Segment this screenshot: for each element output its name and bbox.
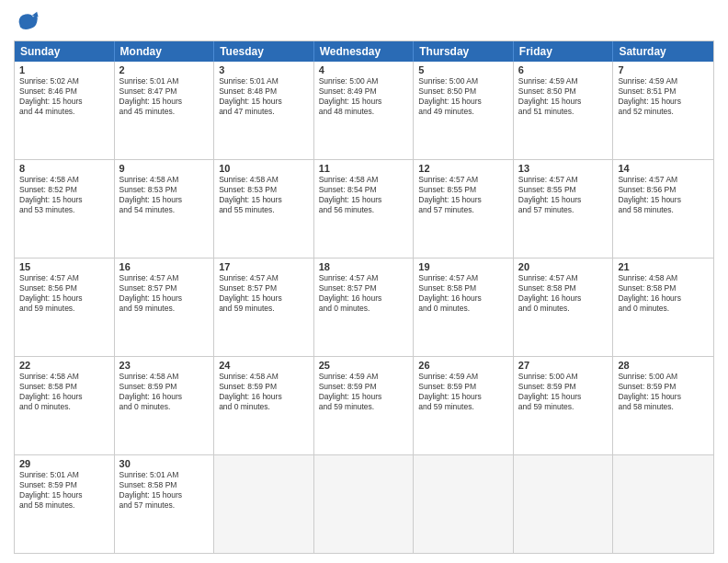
logo <box>14 9 43 35</box>
calendar-header-day: Saturday <box>613 41 713 62</box>
cell-line: Daylight: 16 hours <box>19 392 109 402</box>
cell-line: and 48 minutes. <box>319 107 409 117</box>
cell-line: Sunrise: 4:57 AM <box>19 273 109 283</box>
cell-line: and 53 minutes. <box>19 205 109 215</box>
cell-line: Sunset: 8:59 PM <box>518 382 609 392</box>
cell-line: Daylight: 15 hours <box>119 293 210 304</box>
cell-line: Sunset: 8:59 PM <box>19 480 109 490</box>
cell-line: Sunset: 8:52 PM <box>19 185 109 195</box>
cell-line: Sunrise: 4:58 AM <box>19 372 109 382</box>
calendar-cell <box>214 455 314 553</box>
day-number: 19 <box>418 261 508 272</box>
calendar-cell <box>613 455 713 553</box>
cell-line: and 0 minutes. <box>119 402 210 412</box>
cell-line: Sunrise: 5:00 AM <box>418 76 508 86</box>
cell-line: and 59 minutes. <box>418 402 508 412</box>
cell-line: Sunset: 8:59 PM <box>418 382 508 392</box>
cell-line: and 49 minutes. <box>418 107 508 117</box>
cell-line: Sunset: 8:57 PM <box>119 283 210 293</box>
cell-line: Daylight: 16 hours <box>418 293 508 304</box>
cell-line: and 59 minutes. <box>319 402 409 412</box>
calendar-cell: 1Sunrise: 5:02 AMSunset: 8:46 PMDaylight… <box>15 62 115 159</box>
calendar-cell: 3Sunrise: 5:01 AMSunset: 8:48 PMDaylight… <box>214 62 314 159</box>
cell-line: Daylight: 15 hours <box>418 195 508 205</box>
calendar-cell: 28Sunrise: 5:00 AMSunset: 8:59 PMDayligh… <box>613 357 713 454</box>
cell-line: and 45 minutes. <box>119 107 210 117</box>
cell-line: Daylight: 15 hours <box>319 97 409 107</box>
day-number: 21 <box>618 261 709 272</box>
cell-line: Sunrise: 4:57 AM <box>119 273 210 283</box>
calendar-header-day: Thursday <box>414 41 514 62</box>
calendar-cell: 15Sunrise: 4:57 AMSunset: 8:56 PMDayligh… <box>15 259 115 356</box>
calendar-row: 15Sunrise: 4:57 AMSunset: 8:56 PMDayligh… <box>15 258 713 356</box>
day-number: 5 <box>418 64 508 75</box>
cell-line: and 59 minutes. <box>19 304 109 314</box>
cell-line: Sunset: 8:51 PM <box>618 86 709 97</box>
cell-line: Sunrise: 4:58 AM <box>618 273 709 283</box>
cell-line: Sunset: 8:53 PM <box>119 185 210 195</box>
cell-line: Daylight: 15 hours <box>19 293 109 304</box>
cell-line: Sunset: 8:58 PM <box>618 283 709 293</box>
cell-line: Daylight: 16 hours <box>119 392 210 402</box>
day-number: 15 <box>19 261 109 272</box>
calendar-body: 1Sunrise: 5:02 AMSunset: 8:46 PMDaylight… <box>15 62 713 553</box>
day-number: 8 <box>19 163 109 174</box>
day-number: 12 <box>418 163 508 174</box>
cell-line: Sunset: 8:46 PM <box>19 86 109 97</box>
calendar-header-day: Sunday <box>15 41 115 62</box>
calendar-cell: 27Sunrise: 5:00 AMSunset: 8:59 PMDayligh… <box>514 357 614 454</box>
calendar-cell: 26Sunrise: 4:59 AMSunset: 8:59 PMDayligh… <box>414 357 514 454</box>
cell-line: Daylight: 15 hours <box>219 97 309 107</box>
cell-line: and 44 minutes. <box>19 107 109 117</box>
cell-line: Sunset: 8:55 PM <box>518 185 609 195</box>
cell-line: Daylight: 15 hours <box>219 293 309 304</box>
cell-line: Sunrise: 4:59 AM <box>518 76 609 86</box>
calendar-cell: 11Sunrise: 4:58 AMSunset: 8:54 PMDayligh… <box>314 160 415 258</box>
cell-line: and 0 minutes. <box>319 304 409 314</box>
calendar-cell: 12Sunrise: 4:57 AMSunset: 8:55 PMDayligh… <box>414 160 514 258</box>
day-number: 20 <box>518 261 609 272</box>
cell-line: Sunrise: 5:01 AM <box>119 76 210 86</box>
cell-line: and 58 minutes. <box>618 402 709 412</box>
cell-line: Daylight: 16 hours <box>618 293 709 304</box>
day-number: 3 <box>219 64 309 75</box>
day-number: 14 <box>618 163 709 174</box>
calendar-row: 22Sunrise: 4:58 AMSunset: 8:58 PMDayligh… <box>15 356 713 454</box>
cell-line: Sunrise: 5:01 AM <box>119 470 210 480</box>
day-number: 9 <box>119 163 210 174</box>
day-number: 13 <box>518 163 609 174</box>
cell-line: Daylight: 15 hours <box>319 392 409 402</box>
day-number: 16 <box>119 261 210 272</box>
day-number: 23 <box>119 360 210 371</box>
cell-line: and 0 minutes. <box>618 304 709 314</box>
cell-line: and 56 minutes. <box>319 205 409 215</box>
cell-line: and 57 minutes. <box>518 205 609 215</box>
cell-line: Sunrise: 4:58 AM <box>119 372 210 382</box>
calendar-row: 1Sunrise: 5:02 AMSunset: 8:46 PMDaylight… <box>15 62 713 159</box>
cell-line: Sunrise: 4:58 AM <box>19 175 109 185</box>
cell-line: and 59 minutes. <box>219 304 309 314</box>
calendar-cell: 23Sunrise: 4:58 AMSunset: 8:59 PMDayligh… <box>115 357 215 454</box>
cell-line: Daylight: 15 hours <box>319 195 409 205</box>
cell-line: Daylight: 15 hours <box>418 97 508 107</box>
calendar-header-day: Tuesday <box>214 41 314 62</box>
cell-line: Sunrise: 4:59 AM <box>618 76 709 86</box>
cell-line: Sunset: 8:57 PM <box>319 283 409 293</box>
cell-line: Sunset: 8:47 PM <box>119 86 210 97</box>
day-number: 1 <box>19 64 109 75</box>
cell-line: and 52 minutes. <box>618 107 709 117</box>
cell-line: Sunrise: 4:57 AM <box>518 273 609 283</box>
day-number: 17 <box>219 261 309 272</box>
day-number: 29 <box>19 458 109 469</box>
calendar-header: SundayMondayTuesdayWednesdayThursdayFrid… <box>15 41 713 62</box>
cell-line: Sunset: 8:50 PM <box>418 86 508 97</box>
cell-line: Sunset: 8:58 PM <box>119 480 210 490</box>
calendar-cell: 8Sunrise: 4:58 AMSunset: 8:52 PMDaylight… <box>15 160 115 258</box>
cell-line: Sunrise: 4:59 AM <box>319 372 409 382</box>
calendar-cell: 10Sunrise: 4:58 AMSunset: 8:53 PMDayligh… <box>214 160 314 258</box>
cell-line: Daylight: 15 hours <box>119 195 210 205</box>
cell-line: Daylight: 15 hours <box>19 97 109 107</box>
cell-line: Daylight: 15 hours <box>618 392 709 402</box>
calendar-cell: 20Sunrise: 4:57 AMSunset: 8:58 PMDayligh… <box>514 259 614 356</box>
cell-line: Daylight: 15 hours <box>518 97 609 107</box>
